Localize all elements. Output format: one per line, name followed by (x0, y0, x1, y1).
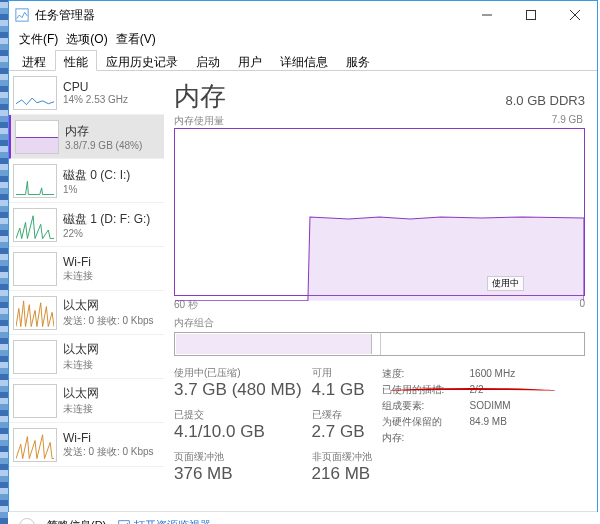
composition-label: 内存组合 (174, 316, 214, 330)
sidebar-sublabel: 3.8/7.9 GB (48%) (65, 140, 142, 151)
menu-options[interactable]: 选项(O) (64, 31, 109, 48)
sidebar-sublabel: 1% (63, 184, 130, 195)
fewer-details-button[interactable]: ⌄ (19, 518, 35, 525)
menu-view[interactable]: 查看(V) (114, 31, 158, 48)
sidebar-sublabel: 未连接 (63, 269, 93, 283)
memory-spec: 8.0 GB DDR3 (506, 93, 585, 108)
content: CPU14% 2.53 GHz 内存3.8/7.9 GB (48%) 磁盘 0 … (9, 71, 597, 511)
stat-nonpaged: 非页面缓冲池216 MB (312, 450, 372, 484)
page-title: 内存 (174, 79, 226, 114)
eth-thumbnail (13, 340, 57, 374)
tab-processes[interactable]: 进程 (13, 50, 55, 71)
sidebar-label: 以太网 (63, 385, 99, 402)
stat-cached: 已缓存2.7 GB (312, 408, 372, 442)
tab-app-history[interactable]: 应用历史记录 (97, 50, 187, 71)
form-value: SODIMM (470, 398, 511, 414)
sidebar-sublabel: 发送: 0 接收: 0 Kbps (63, 314, 154, 328)
sidebar-label: Wi-Fi (63, 255, 93, 269)
sidebar-item-disk0[interactable]: 磁盘 0 (C: I:)1% (9, 159, 164, 203)
stat-committed: 已提交4.1/10.0 GB (174, 408, 302, 442)
sidebar-item-disk1[interactable]: 磁盘 1 (D: F: G:)22% (9, 203, 164, 247)
sidebar-item-ethernet1[interactable]: 以太网未连接 (9, 335, 164, 379)
reserved-value: 84.9 MB (470, 414, 507, 446)
sidebar-label: 以太网 (63, 341, 99, 358)
app-icon (15, 8, 29, 22)
sidebar-label: 以太网 (63, 297, 154, 314)
desktop-edge (0, 0, 8, 524)
close-button[interactable] (553, 1, 597, 29)
window-title: 任务管理器 (35, 7, 95, 24)
menubar: 文件(F) 选项(O) 查看(V) (9, 29, 597, 49)
fewer-details-label[interactable]: 简略信息(D) (47, 518, 106, 524)
sidebar-label: Wi-Fi (63, 431, 154, 445)
tab-row: 进程 性能 应用历史记录 启动 用户 详细信息 服务 (9, 49, 597, 71)
memory-usage-chart: 使用中 (174, 128, 585, 296)
svg-rect-2 (527, 11, 536, 20)
sidebar-sublabel: 发送: 0 接收: 0 Kbps (63, 445, 154, 459)
usage-label: 内存使用量 (174, 114, 224, 128)
sidebar-item-wifi[interactable]: Wi-Fi未连接 (9, 247, 164, 291)
sidebar-label: CPU (63, 80, 128, 94)
usage-max: 7.9 GB (552, 114, 583, 128)
window-controls (465, 1, 597, 29)
maximize-button[interactable] (509, 1, 553, 29)
speed-value: 1600 MHz (470, 366, 516, 382)
tab-services[interactable]: 服务 (337, 50, 379, 71)
task-manager-window: 任务管理器 文件(F) 选项(O) 查看(V) 进程 性能 应用历史记录 启动 … (8, 0, 598, 512)
legend-in-use: 使用中 (487, 276, 524, 291)
memory-details: 速度:1600 MHz 已使用的插槽:2/2 组成要素:SODIMM 为硬件保留… (382, 366, 516, 484)
stat-in-use: 使用中(已压缩)3.7 GB (480 MB) (174, 366, 302, 400)
sidebar-label: 磁盘 0 (C: I:) (63, 167, 130, 184)
disk-thumbnail (13, 164, 57, 198)
wifi-thumbnail (13, 252, 57, 286)
sidebar-item-memory[interactable]: 内存3.8/7.9 GB (48%) (9, 115, 164, 159)
eth-thumbnail (13, 384, 57, 418)
menu-file[interactable]: 文件(F) (17, 31, 60, 48)
svg-rect-5 (119, 520, 130, 524)
tab-startup[interactable]: 启动 (187, 50, 229, 71)
open-resmon-link[interactable]: 打开资源监视器 (118, 518, 211, 524)
sidebar-label: 磁盘 1 (D: F: G:) (63, 211, 150, 228)
sidebar-sublabel: 未连接 (63, 402, 99, 416)
eth-thumbnail (13, 296, 57, 330)
sidebar-item-wifi2[interactable]: Wi-Fi发送: 0 接收: 0 Kbps (9, 423, 164, 467)
sidebar-sublabel: 22% (63, 228, 150, 239)
stat-paged: 页面缓冲池376 MB (174, 450, 302, 484)
tab-details[interactable]: 详细信息 (271, 50, 337, 71)
annotation-underline (390, 388, 555, 394)
resmon-icon (118, 520, 130, 525)
sidebar-item-ethernet0[interactable]: 以太网发送: 0 接收: 0 Kbps (9, 291, 164, 335)
sidebar-label: 内存 (65, 123, 142, 140)
stat-available: 可用4.1 GB (312, 366, 372, 400)
sidebar-item-ethernet2[interactable]: 以太网未连接 (9, 379, 164, 423)
sidebar-sublabel: 未连接 (63, 358, 99, 372)
sidebar: CPU14% 2.53 GHz 内存3.8/7.9 GB (48%) 磁盘 0 … (9, 71, 164, 511)
memory-thumbnail (15, 120, 59, 154)
disk-thumbnail (13, 208, 57, 242)
stats-grid: 使用中(已压缩)3.7 GB (480 MB) 已提交4.1/10.0 GB 页… (174, 366, 585, 484)
sidebar-item-cpu[interactable]: CPU14% 2.53 GHz (9, 71, 164, 115)
footer: ⌄ 简略信息(D) 打开资源监视器 (9, 511, 597, 524)
minimize-button[interactable] (465, 1, 509, 29)
tab-users[interactable]: 用户 (229, 50, 271, 71)
titlebar[interactable]: 任务管理器 (9, 1, 597, 29)
wifi-thumbnail (13, 428, 57, 462)
sidebar-sublabel: 14% 2.53 GHz (63, 94, 128, 105)
tab-performance[interactable]: 性能 (55, 50, 97, 71)
main-panel: 内存 8.0 GB DDR3 内存使用量7.9 GB 使用中 60 秒0 内存组… (164, 71, 597, 511)
memory-composition-chart (174, 332, 585, 356)
cpu-thumbnail (13, 76, 57, 110)
